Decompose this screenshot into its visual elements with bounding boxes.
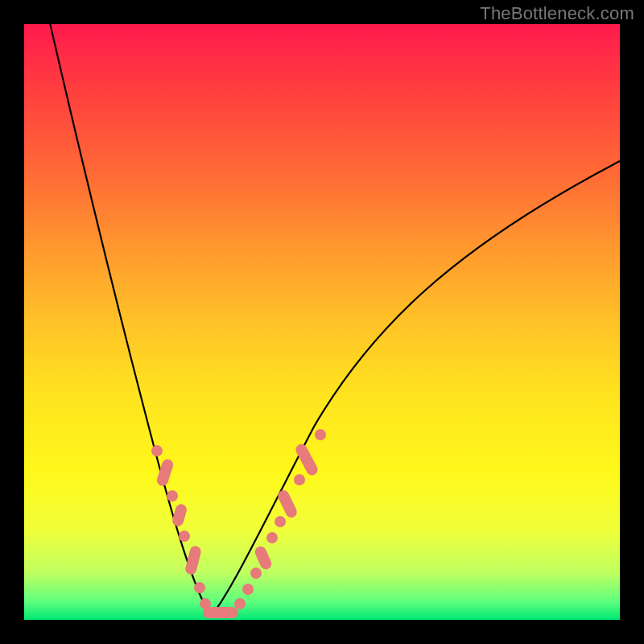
chart-plot-area bbox=[24, 24, 620, 620]
marker-dot bbox=[242, 584, 254, 595]
marker-pill-bottom bbox=[203, 607, 238, 618]
marker-dot bbox=[151, 445, 163, 456]
marker-dot bbox=[234, 598, 246, 609]
marker-dot bbox=[194, 582, 205, 593]
marker-dot bbox=[167, 490, 178, 502]
marker-dot bbox=[294, 474, 305, 485]
right-branch-curve bbox=[211, 161, 620, 617]
marker-dot bbox=[179, 530, 190, 542]
marker-pill bbox=[254, 544, 274, 571]
marker-dot bbox=[266, 532, 278, 543]
marker-dot bbox=[275, 516, 286, 527]
marker-dot bbox=[250, 568, 262, 579]
marker-dot bbox=[315, 429, 326, 440]
marker-pill bbox=[276, 489, 299, 519]
left-branch-curve bbox=[48, 24, 211, 617]
chart-svg bbox=[24, 24, 620, 620]
watermark-text: TheBottleneck.com bbox=[480, 3, 634, 24]
